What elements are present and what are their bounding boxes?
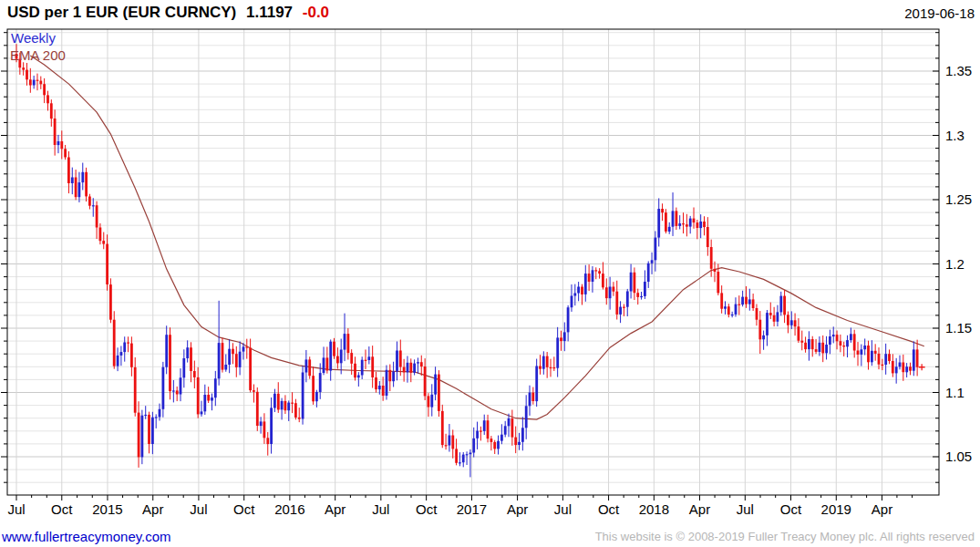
- candle-body: [504, 426, 507, 434]
- y-axis-tick-label: 1.15: [945, 320, 972, 335]
- candle-body: [661, 209, 664, 212]
- candle-body: [857, 351, 860, 355]
- candle-body: [899, 363, 902, 367]
- candle-body: [707, 227, 709, 247]
- candle-body: [615, 292, 618, 315]
- candle-body: [521, 428, 524, 442]
- candle-body: [228, 349, 231, 365]
- x-axis-tick-label: Jul: [190, 501, 207, 517]
- candle-body: [375, 377, 377, 389]
- candle-body: [386, 370, 388, 396]
- candle-body: [714, 269, 717, 272]
- ema-legend-label: EMA 200: [10, 47, 66, 63]
- candle-body: [378, 386, 381, 389]
- candle-body: [777, 312, 779, 321]
- candle-body: [403, 367, 406, 373]
- candle-body: [480, 431, 482, 432]
- candle-body: [867, 346, 870, 362]
- candle-body: [846, 340, 849, 346]
- candle-body: [134, 367, 137, 413]
- candle-body: [592, 270, 594, 282]
- candle-body: [144, 415, 147, 416]
- candle-body: [113, 320, 116, 366]
- candle-body: [546, 356, 549, 367]
- candle-body: [884, 354, 887, 365]
- candle-body: [428, 396, 430, 407]
- candle-body: [798, 326, 800, 341]
- candle-body: [239, 352, 242, 367]
- candle-body: [176, 390, 179, 394]
- x-axis-tick-label: Apr: [507, 501, 528, 517]
- candle-body: [853, 334, 856, 350]
- candle-body: [281, 401, 284, 409]
- candle-body: [388, 370, 391, 381]
- candle-body: [88, 197, 91, 206]
- candle-body: [769, 313, 772, 315]
- candle-body: [689, 219, 692, 227]
- candle-body: [424, 366, 427, 396]
- candle-body: [81, 172, 84, 182]
- candle-body: [64, 149, 67, 157]
- candle-body: [455, 449, 458, 462]
- candle-body: [745, 297, 748, 304]
- website-link[interactable]: www.fullertreacymoney.com: [2, 529, 171, 544]
- candle-body: [466, 454, 469, 455]
- candle-body: [347, 334, 350, 353]
- candle-body: [242, 346, 245, 351]
- candle-body: [842, 346, 845, 346]
- candle-body: [571, 296, 573, 308]
- candle-body: [78, 182, 81, 197]
- x-axis-tick-label: 2016: [274, 501, 304, 517]
- y-axis-tick-label: 1.25: [945, 191, 972, 207]
- candle-body: [399, 351, 402, 367]
- candle-body: [120, 352, 123, 356]
- candle-body: [693, 219, 696, 223]
- candle-body: [127, 343, 129, 344]
- candle-body: [748, 299, 751, 304]
- candle-body: [469, 453, 472, 455]
- candle-body: [284, 401, 287, 410]
- candle-body: [703, 222, 706, 227]
- candle-body: [636, 293, 639, 297]
- candle-body: [678, 223, 681, 226]
- candle-body: [159, 409, 161, 418]
- candle-body: [357, 376, 360, 378]
- candle-body: [563, 332, 566, 341]
- candle-body: [584, 274, 587, 294]
- candle-body: [609, 287, 612, 299]
- y-axis-tick-label: 1.3: [945, 128, 965, 143]
- candle-body: [556, 337, 559, 367]
- x-axis-tick-label: Oct: [780, 501, 802, 517]
- candle-body: [696, 222, 699, 228]
- x-axis-tick-label: Apr: [689, 501, 710, 517]
- y-axis-tick-label: 1.35: [945, 63, 972, 78]
- last-price-marker: [919, 364, 925, 370]
- y-axis-tick-label: 1.05: [945, 449, 972, 464]
- candle-body: [207, 395, 210, 401]
- candle-body: [752, 299, 755, 308]
- price-chart-svg: 1.051.11.151.21.251.31.35JulOct2015AprJu…: [0, 0, 980, 547]
- candle-body: [270, 408, 273, 444]
- ema-line: [30, 56, 924, 419]
- candle-body: [668, 227, 671, 232]
- x-axis-tick-label: Jul: [372, 501, 389, 517]
- candle-body: [560, 337, 562, 341]
- x-axis-tick-label: Jul: [7, 501, 25, 517]
- candle-body: [613, 287, 615, 292]
- candle-body: [36, 80, 39, 81]
- candle-body: [249, 348, 252, 391]
- candle-body: [165, 335, 168, 367]
- candle-body: [333, 342, 335, 356]
- candle-body: [581, 287, 583, 295]
- candle-body: [861, 349, 863, 355]
- candle-body: [500, 435, 503, 441]
- candle-body: [365, 360, 367, 361]
- candle-body: [260, 421, 263, 426]
- candle-body: [773, 315, 776, 322]
- candle-body: [197, 377, 200, 415]
- candle-body: [724, 306, 727, 309]
- candle-body: [371, 356, 374, 377]
- candle-body: [235, 354, 238, 367]
- candle-body: [266, 438, 269, 444]
- candle-body: [550, 367, 552, 368]
